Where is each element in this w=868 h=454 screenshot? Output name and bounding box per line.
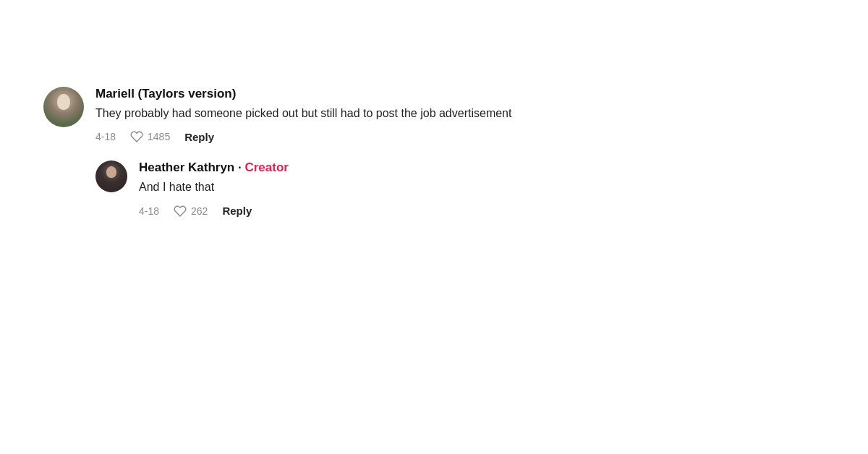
comment-date-heather: 4-18: [139, 205, 159, 217]
comment-actions-heather: 4-18 262 Reply: [139, 205, 289, 218]
heart-icon-heather[interactable]: [174, 205, 187, 218]
username-heather: Heather Kathryn · Creator: [139, 160, 289, 175]
heart-icon-mariell[interactable]: [130, 130, 143, 143]
comment-actions-mariell: 4-18 1485 Reply: [95, 130, 511, 143]
comment-likes-mariell: 1485: [130, 130, 170, 143]
comments-list: Mariell (Taylors version) They probably …: [43, 87, 825, 218]
comment-body-mariell: Mariell (Taylors version) They probably …: [95, 87, 511, 143]
comment-mariell: Mariell (Taylors version) They probably …: [43, 87, 825, 143]
comment-likes-heather: 262: [174, 205, 208, 218]
reply-button-mariell[interactable]: Reply: [184, 131, 214, 143]
comment-date-mariell: 4-18: [95, 131, 116, 142]
avatar-heather: [95, 160, 127, 192]
likes-count-heather: 262: [191, 205, 208, 217]
comment-text-heather: And I hate that: [139, 179, 289, 195]
avatar-mariell: [43, 87, 84, 127]
comment-body-heather: Heather Kathryn · Creator And I hate tha…: [139, 160, 289, 217]
username-text-heather: Heather Kathryn: [139, 160, 234, 174]
username-mariell: Mariell (Taylors version): [95, 87, 511, 101]
comment-text-mariell: They probably had someone picked out but…: [95, 106, 511, 121]
likes-count-mariell: 1485: [148, 131, 170, 142]
comment-heather: Heather Kathryn · Creator And I hate tha…: [95, 160, 825, 217]
creator-badge: Creator: [244, 160, 288, 174]
reply-button-heather[interactable]: Reply: [222, 205, 252, 217]
